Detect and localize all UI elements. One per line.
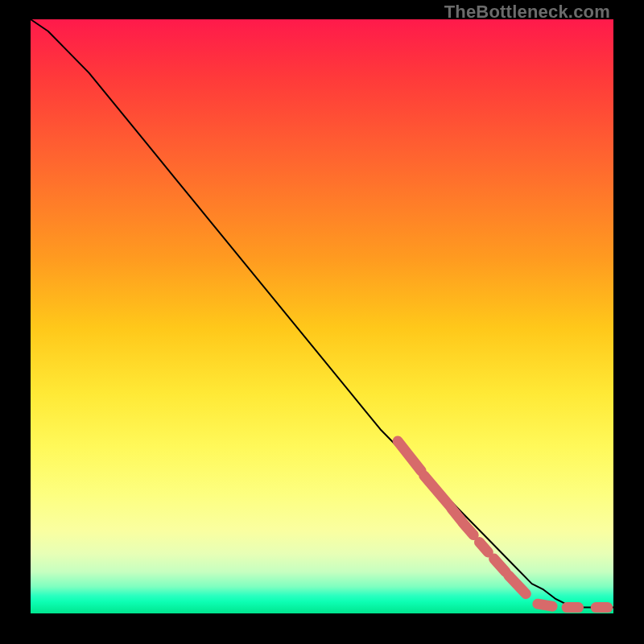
chart-svg: [31, 19, 613, 613]
bottleneck-curve: [31, 19, 613, 608]
dash-segment: [538, 604, 552, 606]
dash-overlay: [398, 441, 608, 608]
dash-segment: [509, 576, 526, 594]
dash-segment: [463, 523, 473, 535]
watermark-text: TheBottleneck.com: [444, 2, 610, 23]
dash-segment: [479, 542, 488, 552]
dash-segment: [424, 476, 451, 506]
dash-segment: [398, 441, 421, 471]
plot-area: [31, 19, 613, 613]
chart-frame: TheBottleneck.com: [0, 0, 644, 644]
dash-segment: [494, 559, 506, 572]
